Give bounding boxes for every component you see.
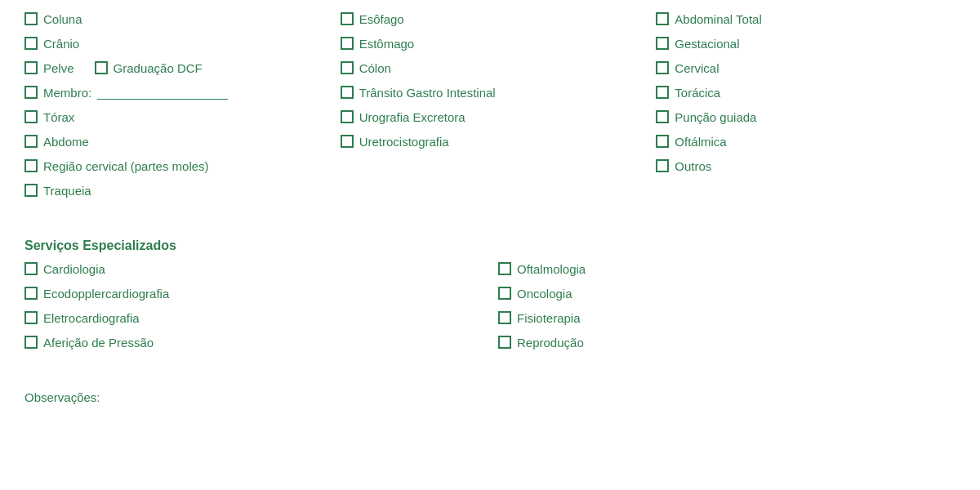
col3: Abdominal Total Gestacional Cervical Tor… (656, 8, 956, 201)
checkbox-toracica[interactable] (656, 86, 669, 99)
item-toracica: Torácica (656, 82, 956, 103)
services-col1: Cardiologia Ecodopplercardiografia Eletr… (24, 258, 482, 353)
label-transito: Trânsito Gastro Intestinal (359, 86, 496, 100)
item-traqueia: Traqueia (24, 180, 324, 201)
label-uretrocistografia: Uretrocistografia (359, 135, 449, 149)
label-torax: Tórax (43, 110, 74, 124)
label-urografia: Urografia Excretora (359, 110, 466, 124)
checkbox-oftalmica[interactable] (656, 135, 669, 148)
membro-input[interactable] (97, 85, 228, 100)
item-outros: Outros (656, 155, 956, 176)
checkbox-membro[interactable] (24, 86, 38, 99)
label-graduacao: Graduação DCF (114, 61, 203, 75)
item-gestacional: Gestacional (656, 33, 956, 54)
item-coluna: Coluna (24, 8, 324, 29)
checkbox-estomago[interactable] (341, 37, 354, 50)
checkbox-urografia[interactable] (341, 110, 354, 123)
checkbox-afeicao-pressao[interactable] (24, 336, 38, 349)
checkbox-reproducao[interactable] (498, 336, 511, 349)
checkbox-graduacao[interactable] (95, 61, 108, 74)
checkbox-torax[interactable] (24, 110, 38, 123)
checkbox-gestacional[interactable] (656, 37, 669, 50)
checkbox-fisioterapia[interactable] (498, 311, 511, 324)
item-torax: Tórax (24, 106, 324, 127)
services-title: Serviços Especializados (24, 238, 956, 253)
col1: Coluna Crânio Pelve Graduação DCF Membro… (24, 8, 324, 201)
observations-section: Observações: (24, 390, 956, 404)
checkbox-oncologia[interactable] (498, 287, 511, 300)
col2: Esôfago Estômago Cólon Trânsito Gastro I… (341, 8, 640, 201)
main-checkboxes-grid: Coluna Crânio Pelve Graduação DCF Membro… (24, 8, 956, 201)
label-cardiologia: Cardiologia (43, 262, 105, 276)
item-ecodoppler: Ecodopplercardiografia (24, 283, 482, 304)
label-oncologia: Oncologia (517, 287, 572, 301)
checkbox-ecodoppler[interactable] (24, 287, 38, 300)
item-fisioterapia: Fisioterapia (498, 307, 956, 328)
checkbox-cranio[interactable] (24, 37, 38, 50)
checkbox-transito[interactable] (341, 86, 354, 99)
label-estomago: Estômago (359, 37, 415, 51)
item-oftalmologia: Oftalmologia (498, 258, 956, 279)
label-gestacional: Gestacional (675, 37, 739, 51)
item-esofago: Esôfago (341, 8, 640, 29)
label-abdominal-total: Abdominal Total (675, 12, 761, 26)
label-fisioterapia: Fisioterapia (517, 311, 581, 325)
checkbox-traqueia[interactable] (24, 184, 38, 197)
services-section: Serviços Especializados Cardiologia Ecod… (24, 238, 956, 353)
item-afeicao-pressao: Aferição de Pressão (24, 332, 482, 353)
checkbox-colon[interactable] (341, 61, 354, 74)
item-eletrocardiografia: Eletrocardiografia (24, 307, 482, 328)
item-estomago: Estômago (341, 33, 640, 54)
label-pelve: Pelve (43, 61, 74, 75)
checkbox-puncao-guiada[interactable] (656, 110, 669, 123)
checkbox-esofago[interactable] (341, 12, 354, 25)
checkbox-coluna[interactable] (24, 12, 38, 25)
item-cervical: Cervical (656, 57, 956, 78)
spacer2 (24, 368, 956, 382)
checkbox-outros[interactable] (656, 159, 669, 172)
item-oftalmica: Oftálmica (656, 131, 956, 152)
label-coluna: Coluna (43, 12, 82, 26)
checkbox-cervical[interactable] (656, 61, 669, 74)
label-regiao-cervical: Região cervical (partes moles) (43, 159, 209, 173)
item-pelve: Pelve Graduação DCF (24, 57, 324, 78)
item-reproducao: Reprodução (498, 332, 956, 353)
checkbox-eletrocardiografia[interactable] (24, 311, 38, 324)
item-oncologia: Oncologia (498, 283, 956, 304)
item-abdome: Abdome (24, 131, 324, 152)
label-oftalmica: Oftálmica (675, 135, 726, 149)
label-cranio: Crânio (43, 37, 79, 51)
observations-label: Observações: (24, 390, 100, 404)
label-abdome: Abdome (43, 135, 89, 149)
label-membro: Membro: (43, 86, 91, 100)
item-cardiologia: Cardiologia (24, 258, 482, 279)
item-regiao-cervical: Região cervical (partes moles) (24, 155, 324, 176)
checkbox-uretrocistografia[interactable] (341, 135, 354, 148)
item-membro: Membro: (24, 82, 324, 103)
item-cranio: Crânio (24, 33, 324, 54)
label-toracica: Torácica (675, 86, 720, 100)
label-traqueia: Traqueia (43, 184, 91, 198)
label-colon: Cólon (359, 61, 391, 75)
item-transito: Trânsito Gastro Intestinal (341, 82, 640, 103)
item-puncao-guiada: Punção guiada (656, 106, 956, 127)
spacer1 (24, 216, 956, 230)
label-outros: Outros (675, 159, 711, 173)
label-reproducao: Reprodução (517, 336, 584, 350)
checkbox-pelve[interactable] (24, 61, 38, 74)
label-puncao-guiada: Punção guiada (675, 110, 756, 124)
item-urografia: Urografia Excretora (341, 106, 640, 127)
item-colon: Cólon (341, 57, 640, 78)
item-uretrocistografia: Uretrocistografia (341, 131, 640, 152)
checkbox-cardiologia[interactable] (24, 262, 38, 275)
checkbox-regiao-cervical[interactable] (24, 159, 38, 172)
label-cervical: Cervical (675, 61, 719, 75)
checkbox-abdominal-total[interactable] (656, 12, 669, 25)
services-grid: Cardiologia Ecodopplercardiografia Eletr… (24, 258, 956, 353)
label-oftalmologia: Oftalmologia (517, 262, 586, 276)
label-afeicao-pressao: Aferição de Pressão (43, 336, 154, 350)
label-eletrocardiografia: Eletrocardiografia (43, 311, 140, 325)
checkbox-oftalmologia[interactable] (498, 262, 511, 275)
label-ecodoppler: Ecodopplercardiografia (43, 287, 169, 301)
checkbox-abdome[interactable] (24, 135, 38, 148)
